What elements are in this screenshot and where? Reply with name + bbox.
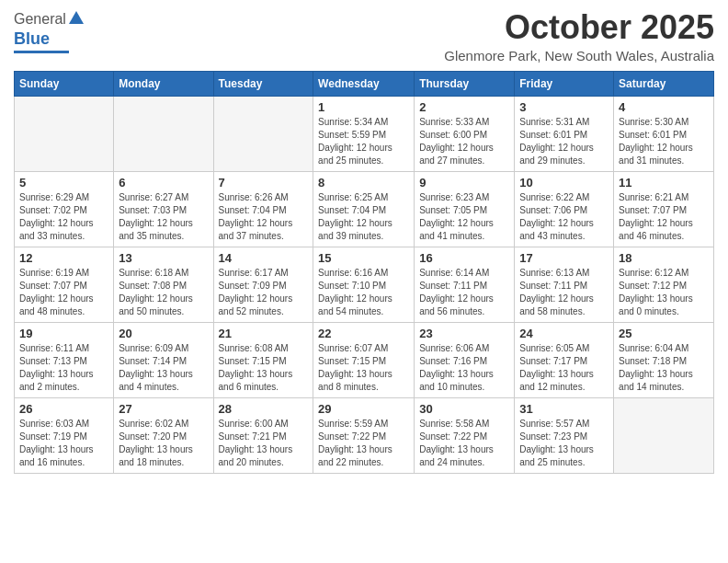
day-info: Daylight: 12 hours	[519, 217, 609, 230]
day-info: and 4 minutes.	[119, 381, 208, 394]
table-row: 22Sunrise: 6:07 AMSunset: 7:15 PMDayligh…	[313, 322, 415, 397]
day-info: Sunset: 7:22 PM	[419, 431, 509, 443]
day-info: Daylight: 13 hours	[619, 293, 709, 305]
day-number: 28	[219, 402, 309, 416]
day-info: Sunrise: 6:17 AM	[219, 267, 309, 280]
day-info: Sunrise: 5:58 AM	[419, 418, 509, 431]
day-info: Sunset: 5:59 PM	[318, 129, 409, 142]
table-row: 8Sunrise: 6:25 AMSunset: 7:04 PMDaylight…	[313, 171, 415, 247]
day-info: and 39 minutes.	[318, 230, 409, 243]
day-info: and 10 minutes.	[419, 381, 509, 394]
day-info: Sunrise: 6:07 AM	[318, 342, 409, 355]
day-number: 14	[219, 251, 309, 265]
day-number: 25	[619, 327, 709, 340]
calendar-week-row: 26Sunrise: 6:03 AMSunset: 7:19 PMDayligh…	[15, 397, 714, 473]
header-tuesday: Tuesday	[213, 71, 313, 96]
table-row: 4Sunrise: 5:30 AMSunset: 6:01 PMDaylight…	[614, 96, 714, 171]
table-row: 19Sunrise: 6:11 AMSunset: 7:13 PMDayligh…	[15, 322, 114, 397]
day-info: and 56 minutes.	[419, 305, 509, 318]
day-info: and 46 minutes.	[619, 230, 709, 243]
day-info: Sunset: 7:07 PM	[619, 204, 709, 217]
day-info: and 12 minutes.	[519, 381, 609, 394]
day-number: 3	[519, 100, 609, 114]
day-number: 29	[318, 402, 409, 416]
table-row	[213, 96, 313, 171]
day-info: Sunrise: 6:09 AM	[119, 342, 208, 355]
day-info: Daylight: 12 hours	[519, 142, 609, 155]
day-info: Sunrise: 6:18 AM	[119, 267, 208, 280]
day-info: Sunset: 7:22 PM	[318, 431, 409, 443]
day-info: Daylight: 13 hours	[19, 368, 108, 381]
day-info: Sunrise: 6:11 AM	[19, 342, 108, 355]
day-info: Sunrise: 6:23 AM	[419, 191, 509, 204]
day-info: Daylight: 13 hours	[318, 443, 409, 456]
day-info: Daylight: 13 hours	[19, 443, 108, 456]
day-number: 2	[419, 100, 509, 114]
day-info: Sunset: 7:21 PM	[219, 431, 309, 443]
day-info: Sunrise: 6:04 AM	[619, 342, 709, 355]
day-info: Sunset: 7:03 PM	[119, 204, 208, 217]
day-info: Sunrise: 6:25 AM	[318, 191, 409, 204]
day-info: Sunset: 7:08 PM	[119, 280, 208, 293]
day-info: Daylight: 13 hours	[119, 368, 208, 381]
day-info: Sunset: 7:06 PM	[519, 204, 609, 217]
day-info: Sunset: 7:18 PM	[619, 355, 709, 368]
day-number: 24	[519, 327, 609, 340]
day-info: Sunset: 7:20 PM	[119, 431, 208, 443]
logo-triangle-icon	[68, 9, 85, 26]
day-info: Daylight: 13 hours	[219, 443, 309, 456]
day-info: and 22 minutes.	[318, 456, 409, 469]
day-info: Sunrise: 6:02 AM	[119, 418, 208, 431]
day-info: and 52 minutes.	[219, 305, 309, 318]
day-info: Sunrise: 5:33 AM	[419, 116, 509, 129]
table-row: 6Sunrise: 6:27 AMSunset: 7:03 PMDaylight…	[114, 171, 213, 247]
month-title: October 2025	[444, 9, 714, 46]
day-info: Daylight: 13 hours	[519, 368, 609, 381]
day-info: Daylight: 12 hours	[519, 293, 609, 305]
table-row: 20Sunrise: 6:09 AMSunset: 7:14 PMDayligh…	[114, 322, 213, 397]
calendar-table: Sunday Monday Tuesday Wednesday Thursday…	[14, 71, 714, 474]
table-row: 27Sunrise: 6:02 AMSunset: 7:20 PMDayligh…	[114, 397, 213, 473]
day-info: Daylight: 12 hours	[119, 217, 208, 230]
day-info: and 31 minutes.	[619, 155, 709, 167]
day-number: 19	[19, 327, 108, 340]
day-info: Sunset: 7:13 PM	[19, 355, 108, 368]
day-info: Sunrise: 6:19 AM	[19, 267, 108, 280]
day-number: 20	[119, 327, 208, 340]
day-info: and 43 minutes.	[519, 230, 609, 243]
day-number: 17	[519, 251, 609, 265]
day-info: Daylight: 12 hours	[318, 142, 409, 155]
day-info: Sunrise: 5:30 AM	[619, 116, 709, 129]
day-info: Sunrise: 6:26 AM	[219, 191, 309, 204]
day-info: Sunset: 6:00 PM	[419, 129, 509, 142]
day-info: Daylight: 12 hours	[19, 293, 108, 305]
table-row: 28Sunrise: 6:00 AMSunset: 7:21 PMDayligh…	[213, 397, 313, 473]
day-info: Sunset: 7:14 PM	[119, 355, 208, 368]
day-info: Sunset: 7:23 PM	[519, 431, 609, 443]
table-row: 23Sunrise: 6:06 AMSunset: 7:16 PMDayligh…	[415, 322, 515, 397]
day-info: Sunset: 7:05 PM	[419, 204, 509, 217]
day-number: 27	[119, 402, 208, 416]
header-friday: Friday	[515, 71, 614, 96]
day-number: 16	[419, 251, 509, 265]
day-info: Daylight: 12 hours	[419, 293, 509, 305]
day-info: Sunset: 7:16 PM	[419, 355, 509, 368]
table-row: 1Sunrise: 5:34 AMSunset: 5:59 PMDaylight…	[313, 96, 415, 171]
table-row: 29Sunrise: 5:59 AMSunset: 7:22 PMDayligh…	[313, 397, 415, 473]
day-info: Sunset: 7:11 PM	[519, 280, 609, 293]
table-row: 11Sunrise: 6:21 AMSunset: 7:07 PMDayligh…	[614, 171, 714, 247]
day-info: and 25 minutes.	[519, 456, 609, 469]
day-info: Sunrise: 5:57 AM	[519, 418, 609, 431]
table-row: 10Sunrise: 6:22 AMSunset: 7:06 PMDayligh…	[515, 171, 614, 247]
day-number: 10	[519, 176, 609, 190]
day-info: Daylight: 13 hours	[219, 368, 309, 381]
day-info: Daylight: 12 hours	[619, 217, 709, 230]
day-number: 30	[419, 402, 509, 416]
day-info: and 50 minutes.	[119, 305, 208, 318]
day-number: 5	[19, 176, 108, 190]
day-info: and 8 minutes.	[318, 381, 409, 394]
day-info: Sunset: 7:15 PM	[318, 355, 409, 368]
day-number: 21	[219, 327, 309, 340]
header-sunday: Sunday	[15, 71, 114, 96]
logo-blue-text: Blue	[14, 29, 50, 48]
